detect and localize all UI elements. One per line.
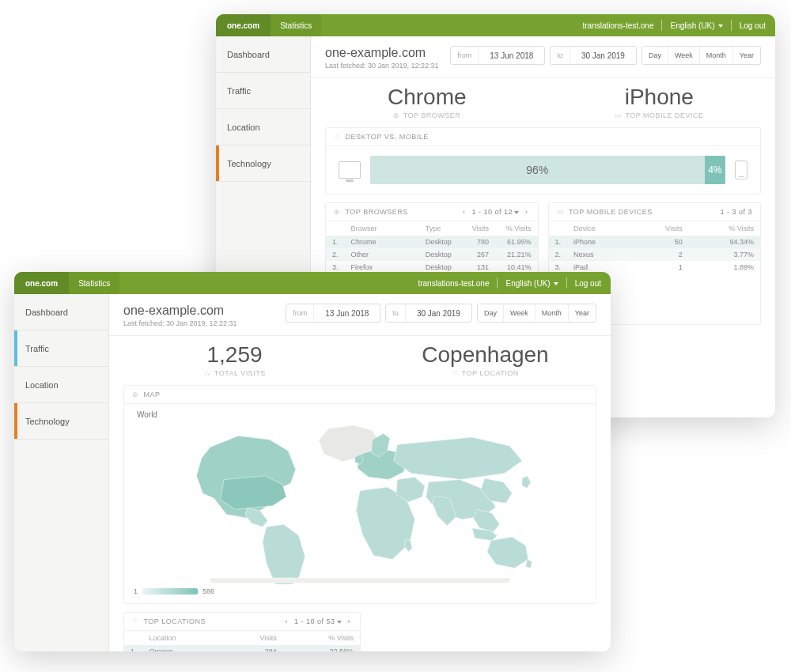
date-from[interactable]: from 13 Jun 2018 <box>286 304 380 323</box>
sidebar-item-technology[interactable]: Technology <box>14 403 108 440</box>
col-visits: Visits <box>633 221 689 236</box>
divider <box>661 20 662 31</box>
stat-caption: TOP LOCATION <box>462 369 519 377</box>
locations-table: Location Visits % Visits 1.Oregon28422.5… <box>124 631 360 651</box>
pager-next[interactable]: › <box>524 208 530 216</box>
topbar: one.com Statistics translations-test.one… <box>216 14 775 36</box>
table-row[interactable]: 2.Nexus23.77% <box>549 248 761 261</box>
map-scope[interactable]: World <box>137 410 586 419</box>
cell: Other <box>345 248 419 261</box>
site-title: one-example.com <box>325 46 439 60</box>
col-pct: % Visits <box>495 221 537 236</box>
pager-prev[interactable]: ‹ <box>461 208 467 216</box>
account-label[interactable]: translations-test.one <box>582 21 653 30</box>
world-map[interactable] <box>134 422 586 584</box>
page-header: one-example.com Last fetched: 30 Jan 201… <box>311 36 775 78</box>
sidebar-item-dashboard[interactable]: Dashboard <box>14 294 108 330</box>
brand-logo[interactable]: one.com <box>14 272 69 294</box>
cell: 94.34% <box>689 236 760 248</box>
date-to[interactable]: to 30 Jan 2019 <box>385 304 472 323</box>
mobile-icon: ▭ <box>557 208 565 216</box>
col-location: Location <box>143 631 224 645</box>
panel-top-locations: ♡TOP LOCATIONS ‹ 1 - 10 of 53 › Location… <box>123 612 361 651</box>
period-day[interactable]: Day <box>478 304 503 322</box>
bar-desktop: 96% <box>370 156 705 184</box>
divider <box>731 20 732 31</box>
devices-table: Device Visits % Visits 1.iPhone5094.34%2… <box>549 221 761 274</box>
period-year[interactable]: Year <box>568 304 596 322</box>
cell: Desktop <box>419 236 463 248</box>
chevron-down-icon <box>718 25 723 28</box>
from-value: 13 Jun 2018 <box>314 304 380 322</box>
mobile-icon: ▭ <box>615 111 623 119</box>
mobile-icon <box>735 160 747 179</box>
legend-gradient <box>142 588 198 595</box>
period-month[interactable]: Month <box>699 47 732 64</box>
panel-title: DESKTOP VS. MOBILE <box>346 133 429 141</box>
stat-total-visits: 1,259 ⛬TOTAL VISITS <box>109 342 360 377</box>
pager-next[interactable]: › <box>346 617 353 625</box>
period-day[interactable]: Day <box>642 47 668 64</box>
stat-caption: TOP BROWSER <box>403 111 461 119</box>
period-month[interactable]: Month <box>535 304 568 322</box>
sidebar-item-technology[interactable]: Technology <box>216 145 310 182</box>
period-week[interactable]: Week <box>503 304 535 322</box>
cell: 22.56% <box>283 645 360 651</box>
cell: 3.77% <box>689 248 760 261</box>
section-tab[interactable]: Statistics <box>271 14 321 36</box>
table-row[interactable]: 1.iPhone5094.34% <box>549 236 761 248</box>
last-fetched: Last fetched: 30 Jan 2019, 12:22:31 <box>123 319 237 327</box>
period-year[interactable]: Year <box>732 47 760 64</box>
cell: 780 <box>462 236 495 248</box>
to-value: 30 Jan 2019 <box>570 47 636 64</box>
section-tab[interactable]: Statistics <box>69 272 119 294</box>
cell: 50 <box>633 236 689 248</box>
date-to[interactable]: to 30 Jan 2019 <box>550 46 637 65</box>
language-selector[interactable]: English (UK) <box>505 279 558 288</box>
cell: 1. <box>326 236 345 248</box>
stat-top-mobile-device: iPhone ▭TOP MOBILE DEVICE <box>543 85 776 119</box>
legend-max: 586 <box>202 587 214 595</box>
panel-desktop-vs-mobile: ♡DESKTOP VS. MOBILE 96% 4% <box>325 127 761 194</box>
sidebar-item-traffic[interactable]: Traffic <box>14 330 108 367</box>
sidebar-item-location[interactable]: Location <box>216 109 310 145</box>
cell: 1 <box>633 261 689 274</box>
bar-mobile: 4% <box>705 156 725 184</box>
users-icon: ⛬ <box>203 369 211 377</box>
map-legend: 1 586 <box>134 587 586 595</box>
col-type: Type <box>419 221 463 236</box>
cell: 267 <box>462 248 495 261</box>
dvm-bar: 96% 4% <box>370 156 725 184</box>
cell: 2. <box>326 248 345 261</box>
pager-text[interactable]: 1 - 10 of 53 <box>294 617 342 625</box>
pager-text[interactable]: 1 - 10 of 12 <box>471 208 519 216</box>
to-label: to <box>386 304 406 322</box>
col-pct: % Visits <box>283 631 360 645</box>
pager-prev[interactable]: ‹ <box>283 617 290 625</box>
cell: Chrome <box>345 236 419 248</box>
language-selector[interactable]: English (UK) <box>670 21 722 30</box>
period-selector: Day Week Month Year <box>477 304 596 323</box>
table-row[interactable]: 2.OtherDesktop26721.21% <box>326 248 538 261</box>
sidebar-item-traffic[interactable]: Traffic <box>216 73 310 109</box>
account-label[interactable]: translations-test.one <box>418 279 489 288</box>
table-row[interactable]: 1.Oregon28422.56% <box>124 645 360 651</box>
table-row[interactable]: 1.ChromeDesktop78061.95% <box>326 236 538 248</box>
from-label: from <box>286 304 314 322</box>
sidebar-item-location[interactable]: Location <box>14 367 108 403</box>
period-week[interactable]: Week <box>668 47 699 64</box>
cell: 284 <box>223 645 283 651</box>
logout-link[interactable]: Log out <box>575 279 601 288</box>
period-selector: Day Week Month Year <box>642 46 761 65</box>
brand-logo[interactable]: one.com <box>216 14 271 36</box>
panel-title: TOP LOCATIONS <box>144 617 206 625</box>
col-device: Device <box>567 221 633 236</box>
topbar: one.com Statistics translations-test.one… <box>14 272 611 294</box>
col-visits: Visits <box>462 221 495 236</box>
sidebar-item-dashboard[interactable]: Dashboard <box>216 36 310 73</box>
date-from[interactable]: from 13 Jun 2018 <box>450 46 545 65</box>
cell: Nexus <box>567 248 633 261</box>
logout-link[interactable]: Log out <box>740 21 766 30</box>
cell: iPhone <box>567 236 633 248</box>
cell: 21.21% <box>495 248 537 261</box>
